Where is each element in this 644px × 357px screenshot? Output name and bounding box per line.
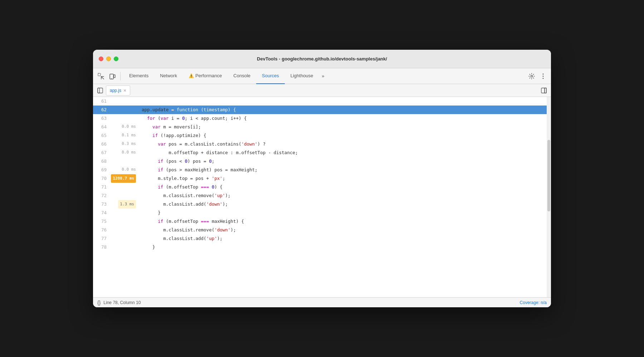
line-number: 74 (93, 209, 110, 217)
file-tab-appjs[interactable]: app.js × (106, 85, 130, 96)
timing-cell: 0.3 ms (110, 140, 139, 148)
line-number: 62 (93, 106, 110, 114)
settings-icon[interactable] (527, 71, 537, 81)
coverage-label: Coverage: n/a (520, 300, 547, 305)
code-line: m.classList.add('down'); (139, 200, 551, 209)
code-line: for (var i = 0; i < app.count; i++) { (139, 114, 551, 123)
tab-console[interactable]: Console (228, 68, 256, 84)
warning-icon: ⚠️ (189, 73, 194, 78)
line-number: 66 (93, 140, 110, 148)
table-row: 61 (93, 97, 551, 106)
tab-network[interactable]: Network (154, 68, 183, 84)
tab-elements[interactable]: Elements (123, 68, 154, 84)
timing-cell: 0.1 ms (110, 131, 139, 139)
svg-point-6 (543, 75, 544, 77)
svg-point-4 (531, 75, 533, 77)
code-line: m.classList.remove('down'); (139, 226, 551, 234)
tab-sources[interactable]: Sources (256, 68, 285, 84)
table-row: 70 1208.7 ms m.style.top = pos + 'px'; (93, 174, 551, 183)
timing-cell: 1208.7 ms (110, 174, 139, 183)
minimize-button[interactable] (106, 57, 111, 61)
file-tab-close[interactable]: × (123, 88, 126, 93)
code-line: m.classList.add('up'); (139, 234, 551, 243)
maximize-button[interactable] (114, 57, 118, 61)
scrollbar-track[interactable] (547, 97, 551, 297)
line-number: 70 (93, 174, 110, 183)
tab-lighthouse[interactable]: Lighthouse (285, 68, 319, 84)
line-number: 71 (93, 183, 110, 191)
table-row: 67 0.0 ms m.offsetTop + distance : m.off… (93, 148, 551, 157)
code-line: if (m.offsetTop === 0) { (139, 183, 551, 191)
svg-point-5 (543, 73, 544, 74)
code-line: var pos = m.classList.contains('down') ? (139, 140, 551, 148)
table-row: 64 0.0 ms var m = movers[i]; (93, 123, 551, 131)
code-line: if (!app.optimize) { (139, 131, 551, 140)
devtools-toolbar: Elements Network ⚠️ Performance Console … (93, 68, 551, 84)
code-line: app.update = function (timestamp) { (139, 106, 551, 114)
line-number: 75 (93, 217, 110, 226)
line-number: 63 (93, 114, 110, 123)
toolbar-right (527, 71, 548, 81)
line-number: 69 (93, 166, 110, 174)
table-row: 66 0.3 ms var pos = m.classList.contains… (93, 140, 551, 148)
code-line: var m = movers[i]; (139, 123, 551, 131)
table-row: 74 } (93, 209, 551, 217)
line-number: 72 (93, 191, 110, 200)
code-line: } (139, 243, 551, 251)
svg-rect-11 (545, 88, 546, 93)
svg-rect-8 (98, 88, 103, 93)
table-row: 65 0.1 ms if (!app.optimize) { (93, 131, 551, 140)
panel-icon[interactable] (96, 86, 104, 95)
timing-badge-orange: 1208.7 ms (111, 174, 136, 183)
toolbar-divider (120, 72, 121, 80)
line-number: 67 (93, 148, 110, 157)
timing-cell: 0.0 ms (110, 166, 139, 173)
source-header-right (540, 86, 548, 95)
code-line: m.style.top = pos + 'px'; (139, 174, 551, 183)
inspector-icon[interactable] (96, 71, 106, 81)
format-icon[interactable]: {} (97, 300, 101, 305)
scrollbar-thumb[interactable] (547, 140, 550, 211)
cursor-position: Line 78, Column 10 (103, 300, 141, 305)
statusbar: {} Line 78, Column 10 Coverage: n/a (93, 297, 551, 307)
line-number: 64 (93, 123, 110, 131)
timing-cell: 0.0 ms (110, 123, 139, 131)
svg-rect-0 (98, 73, 101, 76)
tab-performance[interactable]: ⚠️ Performance (183, 68, 228, 84)
code-line: m.offsetTop + distance : m.offsetTop - d… (139, 148, 551, 157)
close-button[interactable] (99, 57, 103, 61)
code-line: if (m.offsetTop === maxHeight) { (139, 217, 551, 226)
line-number: 61 (93, 97, 110, 106)
file-tab-label: app.js (110, 88, 121, 93)
line-number: 68 (93, 157, 110, 166)
device-toggle-icon[interactable] (107, 71, 117, 81)
timing-badge-yellow: 1.3 ms (118, 200, 136, 209)
table-row: 72 m.classList.remove('up'); (93, 191, 551, 200)
code-scroll[interactable]: 61 62 app.update = function (timestamp) … (93, 97, 551, 297)
collapse-panel-icon[interactable] (540, 86, 548, 95)
code-line (139, 97, 551, 98)
table-row: 75 if (m.offsetTop === maxHeight) { (93, 217, 551, 226)
line-number: 77 (93, 234, 110, 243)
table-row: 63 for (var i = 0; i < app.count; i++) { (93, 114, 551, 123)
code-line: if (pos < 0) pos = 0; (139, 157, 551, 166)
tab-navigation: Elements Network ⚠️ Performance Console … (123, 68, 327, 84)
table-row: 71 if (m.offsetTop === 0) { (93, 183, 551, 191)
titlebar: DevTools - googlechrome.github.io/devtoo… (93, 50, 551, 68)
svg-rect-10 (541, 88, 546, 93)
table-row: 78 } (93, 243, 551, 251)
source-header: app.js × (93, 84, 551, 97)
code-container: 61 62 app.update = function (timestamp) … (93, 97, 551, 254)
line-number: 76 (93, 226, 110, 234)
timing-cell: 0.0 ms (110, 148, 139, 156)
table-row: 76 m.classList.remove('down'); (93, 226, 551, 234)
code-line: if (pos > maxHeight) pos = maxHeight; (139, 166, 551, 174)
timing-cell: 1.3 ms (110, 200, 139, 209)
table-row: 69 0.0 ms if (pos > maxHeight) pos = max… (93, 166, 551, 174)
devtools-window: DevTools - googlechrome.github.io/devtoo… (93, 50, 551, 307)
more-tabs-button[interactable]: » (319, 68, 327, 84)
code-panel: 61 62 app.update = function (timestamp) … (93, 97, 551, 297)
svg-rect-2 (114, 75, 115, 78)
main-content: 61 62 app.update = function (timestamp) … (93, 97, 551, 297)
more-options-icon[interactable] (538, 71, 548, 81)
